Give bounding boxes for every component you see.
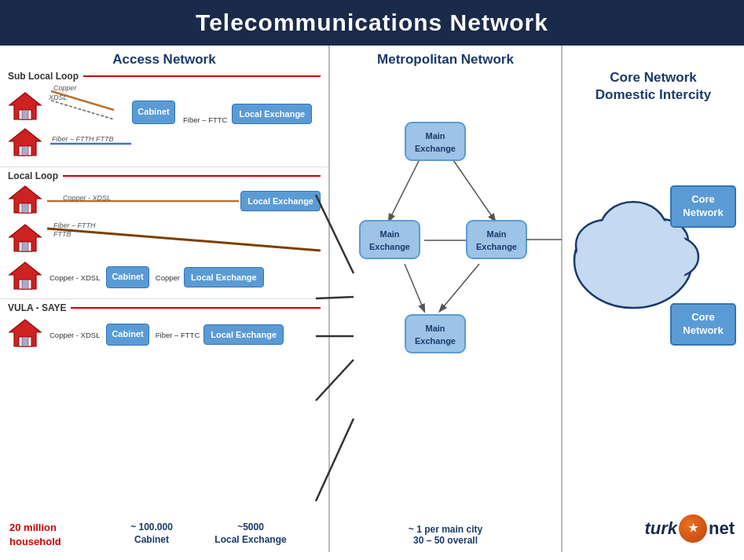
cabinet-box-2: Cabinet bbox=[106, 266, 148, 288]
svg-line-36 bbox=[440, 264, 479, 311]
svg-rect-45 bbox=[467, 221, 526, 258]
svg-text:Main: Main bbox=[486, 229, 506, 239]
vula-red-line bbox=[71, 307, 321, 309]
turknet-globe-icon bbox=[679, 514, 707, 543]
turknet-text-before: turk bbox=[644, 518, 677, 539]
core-network-svg: Core Network Core Network bbox=[563, 104, 744, 465]
vula-section: VULA - SAYE Copper - XDSL Cabinet Fiber … bbox=[0, 299, 328, 356]
fiber-ftth-diag-2: Fiber – FTTH FTTB bbox=[47, 221, 321, 256]
core-network-container: Core Network Core Network bbox=[563, 104, 744, 465]
svg-text:Main: Main bbox=[379, 229, 399, 239]
sub-loop-row1: Copper XDSL Cabinet Fiber – FTTC Local E… bbox=[8, 85, 321, 124]
svg-text:Network: Network bbox=[683, 324, 724, 336]
local-exchange-box-vula: Local Exchange bbox=[203, 324, 284, 345]
core-network-column: Core Network Domestic Intercity Core bbox=[563, 46, 744, 552]
svg-line-34 bbox=[452, 158, 495, 221]
vula-label: VULA - SAYE bbox=[8, 302, 66, 313]
svg-text:Network: Network bbox=[683, 207, 724, 218]
house-icon-4 bbox=[8, 223, 42, 256]
turknet-text-after: net bbox=[709, 518, 735, 539]
svg-text:Main: Main bbox=[425, 324, 445, 333]
access-network-header: Access Network bbox=[0, 46, 328, 68]
sub-local-loop-section: Sub Local Loop bbox=[0, 68, 328, 167]
vula-cabinet: Cabinet bbox=[106, 324, 148, 346]
vula-row1: Copper - XDSL Cabinet Fiber – FTTC Local… bbox=[8, 318, 321, 351]
svg-text:Main: Main bbox=[425, 131, 445, 141]
svg-text:Exchange: Exchange bbox=[415, 336, 456, 346]
svg-text:Copper - XDSL: Copper - XDSL bbox=[63, 194, 111, 202]
access-footer: 20 million household ~ 100.000 Cabinet ~… bbox=[0, 513, 328, 552]
exchange-stat: ~5000 Local Exchange bbox=[200, 521, 302, 549]
vula-fiber-fttc: Fiber – FTTC bbox=[156, 331, 200, 339]
metro-network-header: Metropolitan Network bbox=[330, 46, 561, 68]
house-icon-6 bbox=[8, 318, 42, 351]
local-loop-title-row: Local Loop bbox=[8, 170, 321, 181]
svg-rect-24 bbox=[22, 242, 28, 251]
metro-nodes-container: Main Exchange Main Exchange Main Exchang… bbox=[330, 68, 561, 445]
svg-text:Exchange: Exchange bbox=[369, 242, 410, 251]
metro-network-svg: Main Exchange Main Exchange Main Exchang… bbox=[330, 68, 563, 445]
sub-loop-row2: Fiber – FTTH FTTB bbox=[8, 127, 321, 160]
svg-line-9 bbox=[51, 101, 114, 119]
svg-rect-33 bbox=[22, 337, 28, 346]
local-loop-label: Local Loop bbox=[8, 170, 58, 181]
cabinet-count: ~ 100.000 Cabinet bbox=[104, 521, 200, 547]
metro-count: ~ 1 per main city 30 – 50 overall bbox=[330, 524, 561, 546]
svg-text:Core: Core bbox=[691, 311, 715, 323]
svg-line-25 bbox=[47, 229, 321, 251]
local-loop-red-line bbox=[63, 175, 321, 177]
fiber-fttc-label-1: Fiber – FTTC bbox=[183, 115, 227, 124]
svg-text:Exchange: Exchange bbox=[415, 144, 456, 153]
svg-rect-14 bbox=[22, 146, 28, 156]
local-loop-row2: Fiber – FTTH FTTB bbox=[8, 221, 321, 256]
local-loop-row1: Copper - XDSL Local Exchange bbox=[8, 185, 321, 218]
fiber-ftth-label-sub: Fiber – FTTH FTTB bbox=[49, 132, 135, 156]
page-title: Telecommunications Network bbox=[196, 9, 548, 35]
household-label: 20 million household bbox=[9, 521, 97, 549]
copper-xdsl-line-1: Copper - XDSL bbox=[47, 193, 239, 209]
vula-title-row: VULA - SAYE bbox=[8, 302, 321, 313]
svg-line-37 bbox=[405, 264, 424, 311]
svg-text:Exchange: Exchange bbox=[476, 242, 517, 251]
local-exchange-box-1: Local Exchange bbox=[232, 104, 312, 124]
sub-local-loop-red-line bbox=[83, 75, 321, 77]
local-loop-section: Local Loop Copper - XDSL bbox=[0, 167, 328, 299]
access-network-column: Access Network Sub Local Loop bbox=[0, 46, 330, 552]
house-icon-2 bbox=[8, 127, 42, 160]
turknet-logo: turk net bbox=[644, 514, 735, 543]
house-icon-1 bbox=[8, 91, 42, 124]
vula-copper-label: Copper - XDSL bbox=[49, 331, 100, 339]
svg-rect-42 bbox=[360, 221, 420, 258]
svg-rect-39 bbox=[405, 123, 465, 160]
exchange-count: ~5000 Local Exchange bbox=[200, 521, 302, 547]
sub-local-loop-label: Sub Local Loop bbox=[8, 71, 79, 82]
house-icon-3 bbox=[8, 185, 42, 218]
svg-rect-19 bbox=[22, 203, 28, 213]
svg-rect-48 bbox=[405, 315, 465, 353]
svg-rect-30 bbox=[22, 280, 28, 289]
household-stat: 20 million household bbox=[3, 521, 97, 549]
main-content: Access Network Sub Local Loop bbox=[0, 46, 744, 552]
svg-text:FTTB: FTTB bbox=[53, 230, 71, 238]
sub-local-loop-title-row: Sub Local Loop bbox=[8, 71, 321, 82]
svg-line-35 bbox=[389, 158, 420, 221]
cabinet-box-1: Cabinet bbox=[132, 101, 175, 124]
local-loop-row3: Copper - XDSL Cabinet Copper Local Excha… bbox=[8, 261, 321, 294]
metro-footer: ~ 1 per main city 30 – 50 overall bbox=[330, 524, 561, 546]
local-exchange-box-2: Local Exchange bbox=[240, 191, 321, 211]
svg-text:Fiber – FTTH FTTB: Fiber – FTTH FTTB bbox=[52, 135, 114, 143]
copper-label-2: Copper bbox=[156, 273, 180, 282]
title-bar: Telecommunications Network bbox=[0, 0, 744, 46]
svg-rect-7 bbox=[22, 110, 28, 119]
svg-text:Copper: Copper bbox=[53, 85, 78, 92]
svg-text:Fiber – FTTH: Fiber – FTTH bbox=[53, 221, 96, 229]
sub-loop-diag-labels: Copper XDSL bbox=[47, 85, 126, 124]
cabinet-stat: ~ 100.000 Cabinet bbox=[97, 521, 200, 549]
svg-text:XDSL: XDSL bbox=[48, 93, 68, 101]
copper-xdsl-label-2: Copper - XDSL bbox=[49, 273, 100, 282]
house-icon-5 bbox=[8, 261, 42, 294]
svg-text:Core: Core bbox=[691, 193, 715, 205]
core-network-header: Core Network Domestic Intercity bbox=[563, 46, 744, 104]
metro-network-column: Metropolitan Network bbox=[330, 46, 563, 552]
local-exchange-box-3: Local Exchange bbox=[184, 267, 264, 287]
